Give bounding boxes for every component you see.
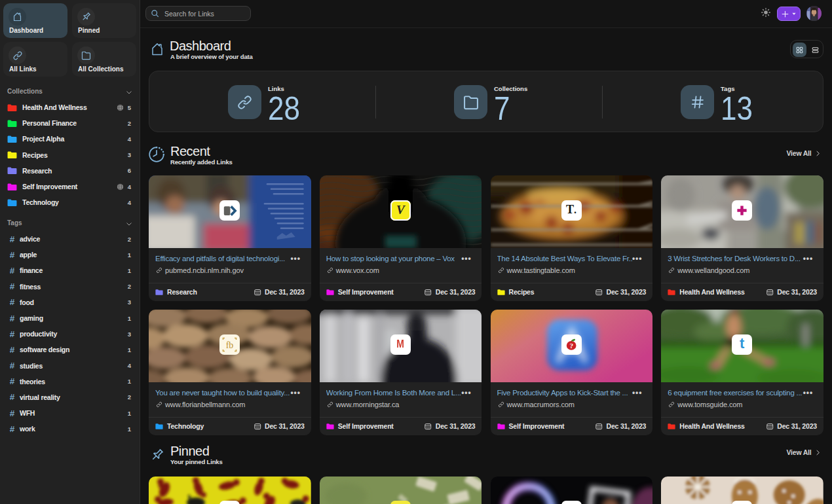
svg-text:?: ? — [569, 342, 573, 350]
svg-text:fb: fb — [226, 340, 234, 350]
